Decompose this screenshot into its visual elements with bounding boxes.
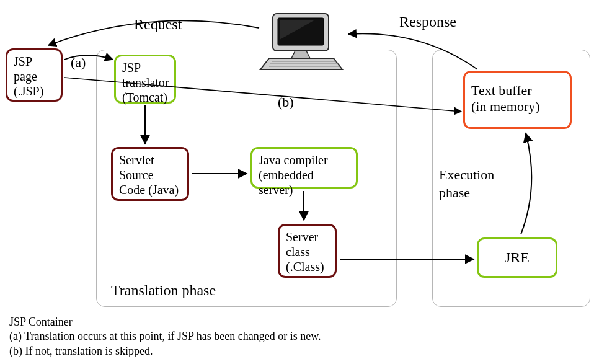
servlet-source-node: Servlet Source Code (Java) (111, 147, 189, 201)
marker-a: (a) (71, 55, 86, 71)
caption-line-b: (b) If not, translation is skipped. (9, 344, 321, 358)
computer-icon (259, 12, 346, 72)
marker-b: (b) (278, 94, 294, 110)
caption-title: JSP Container (9, 315, 321, 329)
response-label: Response (399, 14, 456, 30)
diagram-canvas: Request Response (a) (b) Translation pha… (0, 0, 594, 364)
jsp-translator-node: JSP translator (Tomcat) (114, 55, 176, 104)
caption-block: JSP Container (a) Translation occurs at … (9, 315, 321, 358)
caption-line-a: (a) Translation occurs at this point, if… (9, 329, 321, 344)
text-buffer-node: Text buffer (in memory) (463, 71, 572, 129)
execution-phase-label: Execution phase (439, 166, 507, 202)
translation-phase-label: Translation phase (111, 282, 216, 299)
jsp-page-node: JSP page (.JSP) (6, 48, 63, 102)
jre-node: JRE (477, 237, 557, 278)
server-class-node: Server class (.Class) (278, 224, 337, 278)
java-compiler-node: Java compiler (embedded server) (250, 147, 358, 189)
request-label: Request (134, 16, 182, 33)
